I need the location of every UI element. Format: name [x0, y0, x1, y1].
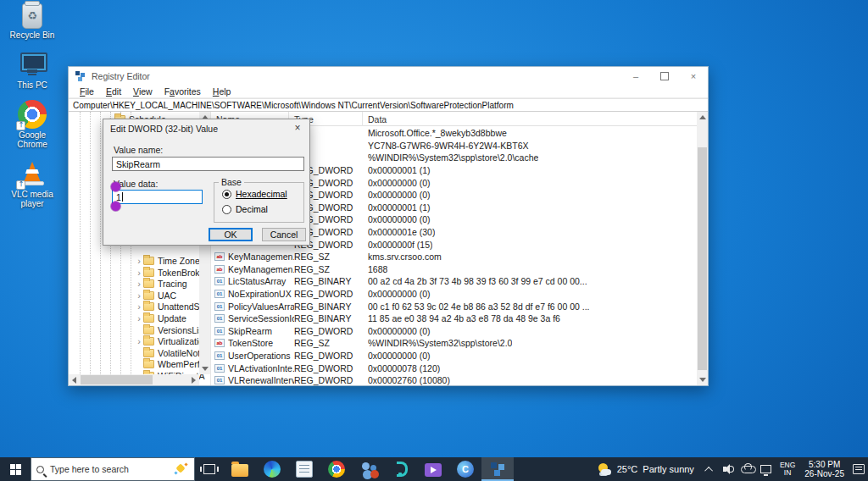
speaker-icon	[723, 464, 735, 474]
desktop-icon-vlc[interactable]: VLC media player	[5, 159, 59, 208]
menu-file[interactable]: File	[74, 86, 100, 97]
menu-help[interactable]: Help	[207, 86, 237, 97]
registry-value-row[interactable]: 01VLRenewalIntervalREG_DWORD0x00002760 (…	[211, 374, 697, 385]
scroll-down-arrow[interactable]	[199, 363, 210, 374]
taskbar-app-registry-editor[interactable]	[481, 457, 514, 481]
weather-widget[interactable]: 25°C Partly sunny	[598, 462, 694, 477]
desktop-icon-label: Google Chrome	[5, 130, 59, 149]
column-header-data[interactable]: Data	[363, 112, 609, 126]
close-button[interactable]: ×	[679, 67, 708, 86]
desktop-icon-google-chrome[interactable]: Google Chrome	[5, 100, 59, 149]
ok-button[interactable]: OK	[209, 228, 253, 241]
circle-app-icon: C	[457, 461, 474, 478]
tree-key-uac[interactable]: ›UAC	[135, 290, 176, 301]
start-button[interactable]	[0, 457, 31, 481]
taskbar-app-chrome[interactable]	[320, 457, 353, 481]
registry-value-row[interactable]: 01LicStatusArrayREG_BINARY00 a2 cd 4a 2b…	[211, 275, 697, 288]
menu-edit[interactable]: Edit	[100, 86, 127, 97]
taskbar-app-media-app[interactable]	[417, 457, 449, 481]
decimal-radio[interactable]: Decimal	[222, 204, 268, 214]
registry-value-row[interactable]: 01VLActivationInte...REG_DWORD0x00000078…	[211, 362, 697, 374]
taskbar-app-people[interactable]	[353, 457, 385, 481]
binary-value-icon: 01	[214, 351, 225, 360]
list-vertical-scrollbar[interactable]	[697, 112, 708, 385]
tree-key-wbemperf[interactable]: WbemPerf	[135, 358, 200, 370]
clock[interactable]: 5:30 PM 26-Nov-25	[799, 460, 849, 478]
taskbar-app-teal-app[interactable]	[385, 457, 417, 481]
dialog-close-icon[interactable]: ×	[291, 122, 304, 135]
registry-value-row[interactable]: abTokenStoreREG_SZ%WINDIR%\System32\spp\…	[211, 337, 697, 350]
registry-editor-icon	[75, 71, 86, 82]
expand-chevron-icon[interactable]: ›	[135, 291, 143, 300]
desktop-icon-this-pc[interactable]: This PC	[5, 50, 59, 90]
tree-key-virtualizatio[interactable]: ›Virtualizatio	[135, 335, 203, 347]
expand-chevron-icon[interactable]: ›	[135, 268, 143, 277]
registry-value-row[interactable]: abKeyManagemen...REG_SZkms.srv.crsoo.com	[211, 251, 697, 263]
tree-key-versionslist[interactable]: VersionsList	[135, 324, 206, 336]
registry-value-row[interactable]: 01PolicyValuesArrayREG_BINARY00 c1 f0 62…	[211, 300, 697, 312]
edge-icon	[264, 461, 281, 478]
vlc-icon	[18, 159, 47, 188]
shortcut-arrow-icon	[16, 121, 25, 130]
taskbar-app-notepad[interactable]	[288, 457, 320, 481]
click-annotation-dot	[111, 182, 120, 191]
tree-key-volatilenot[interactable]: VolatileNot	[135, 347, 200, 359]
expand-chevron-icon[interactable]: ›	[135, 314, 143, 323]
taskbar-search-box[interactable]: Type here to search	[31, 457, 195, 481]
registry-value-row[interactable]: 01ServiceSessionIdREG_BINARY11 85 ae e0 …	[211, 312, 697, 325]
scrollbar-thumb[interactable]	[698, 147, 707, 370]
folder-icon	[143, 360, 154, 368]
radio-selected-icon	[222, 190, 231, 199]
value-name: LicStatusArray	[228, 276, 294, 286]
tree-key-tokenbroke[interactable]: ›TokenBroke	[135, 267, 204, 279]
cancel-button[interactable]: Cancel	[262, 228, 306, 241]
value-data: 0x00000078 (120)	[368, 363, 440, 373]
hexadecimal-radio[interactable]: Hexadecimal	[222, 189, 287, 199]
volume-button[interactable]	[720, 464, 738, 474]
scroll-left-arrow[interactable]	[69, 374, 80, 385]
expand-chevron-icon[interactable]: ›	[135, 257, 143, 265]
tree-key-unattendse[interactable]: ›UnattendSe	[135, 301, 204, 312]
tree-horizontal-scrollbar[interactable]	[69, 374, 199, 385]
address-bar[interactable]: Computer\HKEY_LOCAL_MACHINE\SOFTWARE\Mic…	[69, 98, 708, 112]
taskbar-app-edge[interactable]	[256, 457, 288, 481]
scroll-up-arrow[interactable]	[697, 112, 708, 123]
onedrive-button[interactable]	[738, 465, 757, 473]
expand-chevron-icon[interactable]: ›	[135, 337, 143, 346]
scrollbar-thumb[interactable]	[81, 375, 153, 384]
tree-key-label: Update	[158, 313, 186, 323]
registry-value-row[interactable]: 01NoExpirationUXREG_DWORD0x00000000 (0)	[211, 288, 697, 301]
language-indicator[interactable]: ENG IN	[776, 462, 799, 477]
task-view-button[interactable]	[195, 457, 224, 481]
scroll-right-arrow[interactable]	[188, 374, 199, 385]
expand-chevron-icon[interactable]: ›	[135, 279, 143, 288]
registry-value-row[interactable]: 01SkipRearmREG_DWORD0x00000000 (0)	[211, 325, 697, 338]
value-name: VLActivationInte...	[228, 363, 294, 373]
expand-chevron-icon[interactable]: ›	[135, 302, 143, 311]
menu-view[interactable]: View	[127, 86, 159, 97]
desktop-icon-recycle-bin[interactable]: Recycle Bin	[5, 3, 59, 40]
minimize-button[interactable]: –	[621, 67, 650, 86]
show-hidden-icons-button[interactable]	[701, 467, 720, 473]
value-data: 0x00000000 (0)	[368, 214, 431, 224]
folder-icon	[143, 326, 154, 334]
menu-favorites[interactable]: Favorites	[159, 86, 207, 97]
search-icon	[36, 466, 44, 473]
network-button[interactable]	[757, 465, 776, 473]
scroll-down-arrow[interactable]	[697, 374, 708, 385]
action-center-button[interactable]	[849, 464, 868, 474]
taskbar-empty-area	[514, 457, 598, 481]
taskbar-app-circle-app[interactable]: C	[449, 457, 481, 481]
tree-key-time-zone[interactable]: ›Time Zone	[135, 255, 200, 267]
taskbar-app-file-explorer[interactable]	[224, 457, 256, 481]
string-value-icon: ab	[214, 339, 225, 347]
tree-key-tracing[interactable]: ›Tracing	[135, 278, 187, 290]
maximize-button[interactable]	[650, 67, 679, 86]
value-name-field[interactable]: SkipRearm	[112, 157, 304, 171]
registry-value-row[interactable]: 01UserOperationsREG_DWORD0x00000000 (0)	[211, 350, 697, 362]
folder-icon	[143, 314, 154, 323]
value-data-field[interactable]: 1	[112, 190, 203, 204]
value-type: REG_SZ	[294, 264, 368, 274]
registry-value-row[interactable]: abKeyManagemen...REG_SZ1688	[211, 263, 697, 276]
tree-key-update[interactable]: ›Update	[135, 312, 186, 324]
